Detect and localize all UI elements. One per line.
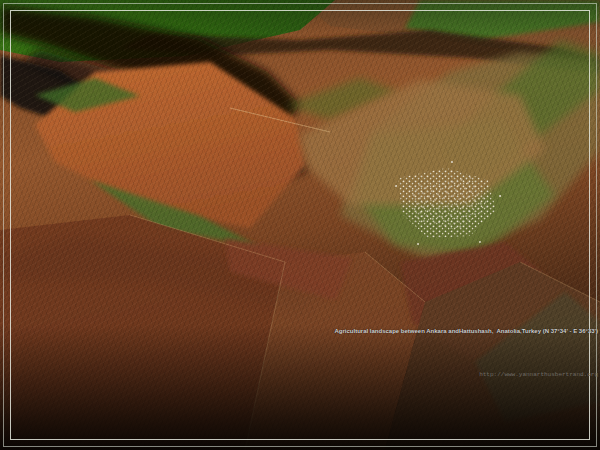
caption-title: Agricultural landscape between Ankara an…	[334, 328, 598, 335]
wallpaper: Agricultural landscape between Ankara an…	[0, 0, 600, 450]
caption-url: http://www.yannarthusbertrand.org	[334, 371, 598, 378]
photo-caption: Agricultural landscape between Ankara an…	[334, 292, 598, 414]
